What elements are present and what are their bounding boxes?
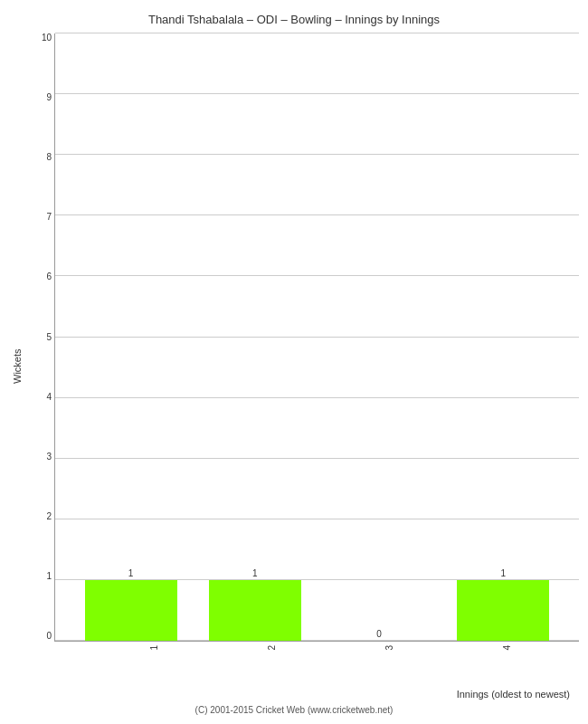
bar-value-label: 1 bbox=[501, 568, 507, 578]
x-label-group: 1 bbox=[100, 642, 208, 687]
bar bbox=[209, 580, 301, 641]
x-axis-tick-label: 1 bbox=[149, 645, 159, 651]
x-axis-tick-label: 2 bbox=[267, 645, 277, 651]
bar-group: 1 bbox=[197, 33, 312, 641]
x-label-group: 3 bbox=[335, 642, 443, 687]
bars-container: 1101 bbox=[55, 33, 579, 641]
y-axis-label: Wickets bbox=[9, 33, 25, 700]
y-ticks: 012345678910 bbox=[28, 33, 55, 641]
y-tick-label: 4 bbox=[28, 393, 55, 402]
x-axis-labels: 1234 bbox=[81, 642, 579, 687]
x-label-group: 4 bbox=[452, 642, 561, 687]
y-tick-label: 6 bbox=[28, 272, 55, 281]
y-tick-label: 2 bbox=[28, 512, 55, 521]
plot-area: 0123456789101101 bbox=[54, 33, 579, 642]
x-axis-tick-label: 4 bbox=[502, 645, 512, 651]
footer: (C) 2001-2015 Cricket Web (www.cricketwe… bbox=[195, 705, 394, 715]
chart-title: Thandi Tshabalala – ODI – Bowling – Inni… bbox=[148, 13, 440, 26]
y-tick-label: 7 bbox=[28, 213, 55, 222]
bar-value-label: 1 bbox=[252, 568, 258, 578]
bar bbox=[457, 580, 549, 641]
x-axis-tick-label: 3 bbox=[384, 645, 394, 651]
y-tick-label: 9 bbox=[28, 93, 55, 102]
y-tick-label: 3 bbox=[28, 452, 55, 462]
x-bottom-area: 1234 Innings (oldest to newest) bbox=[54, 642, 579, 700]
x-axis-title: Innings (oldest to newest) bbox=[54, 689, 579, 700]
y-tick-label: 0 bbox=[28, 632, 55, 641]
y-tick-label: 1 bbox=[28, 572, 55, 581]
bar-value-label: 0 bbox=[376, 629, 382, 639]
chart-area: Wickets 0123456789101101 1234 Innings (o… bbox=[9, 33, 579, 700]
bar-group: 0 bbox=[322, 33, 437, 641]
y-tick-label: 5 bbox=[28, 333, 55, 342]
bar-group: 1 bbox=[446, 33, 561, 641]
y-tick-label: 8 bbox=[28, 153, 55, 162]
chart-inner: 0123456789101101 1234 Innings (oldest to… bbox=[27, 33, 579, 700]
bar-value-label: 1 bbox=[128, 568, 134, 578]
bar bbox=[85, 580, 177, 641]
bar-group: 1 bbox=[73, 33, 188, 641]
x-label-group: 2 bbox=[217, 642, 326, 687]
y-tick-label: 10 bbox=[28, 33, 55, 43]
chart-container: Thandi Tshabalala – ODI – Bowling – Inni… bbox=[0, 0, 588, 724]
